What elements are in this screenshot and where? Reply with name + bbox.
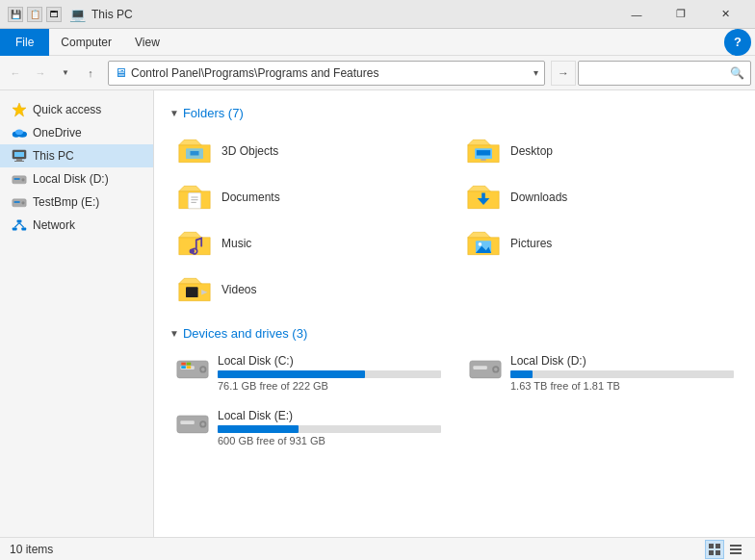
help-button[interactable]: ? — [724, 29, 751, 56]
folders-grid: 3D Objects Desktop — [169, 130, 740, 311]
folder-music[interactable]: Music — [169, 222, 451, 265]
device-d-name: Local Disk (D:) — [510, 354, 734, 368]
device-local-c[interactable]: Local Disk (C:) 76.1 GB free of 222 GB — [169, 350, 447, 395]
nav-bar: ← → ▼ ↑ 🖥 ▾ → 🔍 — [0, 56, 755, 90]
close-button[interactable]: ✕ — [703, 0, 747, 29]
svg-rect-48 — [186, 287, 198, 297]
device-local-e[interactable]: Local Disk (E:) 600 GB free of 931 GB — [169, 405, 447, 450]
sidebar-label-network: Network — [33, 218, 75, 232]
sidebar-label-this-pc: This PC — [33, 149, 74, 163]
properties-icon[interactable]: 📋 — [27, 7, 42, 22]
folder-videos-icon — [175, 272, 214, 307]
folder-desktop-label: Desktop — [510, 144, 553, 158]
device-c-progress-bg — [218, 370, 441, 378]
folder-pictures-label: Pictures — [510, 237, 552, 250]
folder-music-label: Music — [221, 237, 251, 250]
folder-documents-label: Documents — [221, 191, 280, 204]
address-bar[interactable]: 🖥 ▾ — [108, 61, 545, 86]
folder-3d-objects[interactable]: 3D Objects — [169, 130, 451, 172]
sidebar-item-local-disk-d[interactable]: Local Disk (D:) — [0, 167, 153, 191]
search-input[interactable] — [585, 66, 730, 80]
address-input[interactable] — [131, 66, 530, 80]
folder-downloads-icon — [464, 180, 503, 215]
minimize-button[interactable]: — — [614, 0, 659, 29]
svg-marker-24 — [468, 140, 490, 144]
sidebar-label-testbmp-e: TestBmp (E:) — [33, 195, 99, 209]
sidebar-item-quick-access[interactable]: Quick access — [0, 98, 153, 121]
go-button[interactable]: → — [551, 61, 576, 86]
devices-section-header: ▼ Devices and drives (3) — [169, 326, 740, 341]
disk-c-icon — [175, 354, 210, 383]
folder-3d-icon — [175, 134, 214, 168]
svg-rect-54 — [181, 363, 186, 366]
svg-rect-5 — [14, 152, 24, 157]
view-toggle-group — [705, 540, 745, 559]
save-icon[interactable]: 💾 — [8, 7, 23, 22]
svg-rect-61 — [473, 366, 486, 369]
svg-point-3 — [15, 129, 23, 135]
svg-rect-14 — [17, 219, 22, 222]
sidebar-item-network[interactable]: Network — [0, 214, 153, 237]
devices-chevron[interactable]: ▼ — [169, 328, 179, 339]
newwindow-icon[interactable]: 🗔 — [46, 7, 62, 22]
device-c-info: Local Disk (C:) 76.1 GB free of 222 GB — [218, 354, 441, 392]
menu-file[interactable]: File — [0, 29, 49, 56]
menu-computer[interactable]: Computer — [49, 29, 123, 56]
back-button[interactable]: ← — [4, 62, 27, 85]
svg-rect-57 — [187, 366, 192, 369]
sidebar-item-testbmp-e[interactable]: TestBmp (E:) — [0, 191, 153, 214]
folder-desktop-icon — [464, 134, 503, 168]
view-details-button[interactable] — [726, 540, 745, 559]
svg-rect-13 — [13, 201, 19, 203]
folder-pictures[interactable]: Pictures — [458, 222, 740, 265]
this-pc-icon — [12, 148, 27, 164]
svg-rect-15 — [13, 227, 17, 230]
folders-chevron[interactable]: ▼ — [169, 108, 179, 118]
svg-point-52 — [201, 368, 205, 371]
search-box[interactable]: 🔍 — [578, 61, 751, 86]
device-d-info: Local Disk (D:) 1.63 TB free of 1.81 TB — [510, 354, 734, 392]
svg-rect-30 — [189, 193, 201, 209]
local-disk-d-icon — [12, 171, 27, 187]
recent-locations-button[interactable]: ▼ — [54, 62, 77, 85]
title-pc-icon: 💻 — [69, 7, 86, 22]
up-button[interactable]: ↑ — [79, 62, 102, 85]
network-icon — [12, 217, 27, 233]
sidebar-item-this-pc[interactable]: This PC — [0, 144, 153, 167]
device-d-progress-fill — [510, 370, 533, 378]
svg-rect-65 — [180, 420, 194, 424]
svg-line-18 — [19, 223, 24, 228]
forward-button[interactable]: → — [29, 62, 52, 85]
svg-rect-68 — [709, 550, 714, 555]
quick-access-icon — [12, 102, 27, 117]
device-c-progress-fill — [218, 370, 365, 378]
svg-rect-72 — [730, 552, 742, 554]
svg-rect-70 — [730, 545, 742, 547]
device-d-space: 1.63 TB free of 1.81 TB — [510, 380, 734, 392]
disk-e-icon — [175, 409, 210, 438]
svg-rect-16 — [21, 227, 26, 230]
svg-marker-0 — [13, 103, 26, 116]
device-local-d[interactable]: Local Disk (D:) 1.63 TB free of 1.81 TB — [462, 350, 740, 395]
restore-button[interactable]: ❐ — [659, 0, 703, 29]
folder-documents[interactable]: Documents — [169, 176, 451, 218]
folder-music-icon — [175, 226, 214, 261]
folder-downloads-label: Downloads — [510, 191, 567, 204]
window-title: This PC — [91, 8, 133, 21]
view-tiles-button[interactable] — [705, 540, 724, 559]
folder-downloads[interactable]: Downloads — [458, 176, 740, 218]
folder-desktop[interactable]: Desktop — [458, 130, 740, 172]
svg-point-45 — [479, 242, 482, 246]
menu-view[interactable]: View — [123, 29, 171, 56]
device-c-name: Local Disk (C:) — [218, 354, 441, 368]
status-items: 10 items — [10, 543, 53, 556]
address-dropdown-icon[interactable]: ▾ — [534, 67, 538, 78]
svg-rect-71 — [730, 548, 742, 550]
svg-point-60 — [494, 368, 498, 371]
device-d-progress-bg — [510, 370, 734, 378]
device-e-name: Local Disk (E:) — [218, 409, 441, 422]
folder-videos[interactable]: Videos — [169, 268, 451, 311]
sidebar-item-onedrive[interactable]: OneDrive — [0, 121, 153, 144]
address-bar-icon: 🖥 — [115, 65, 127, 80]
sidebar-label-onedrive: OneDrive — [33, 126, 82, 140]
